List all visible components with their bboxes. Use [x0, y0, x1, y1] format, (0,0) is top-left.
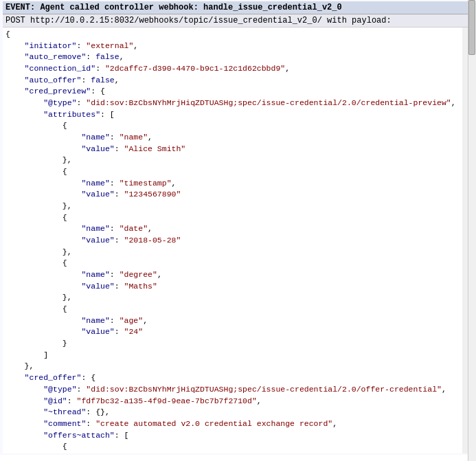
scrollbar-thumb[interactable]	[468, 0, 475, 55]
log-window: EVENT: Agent called controller webhook: …	[0, 0, 468, 455]
scrollbar[interactable]	[468, 0, 476, 461]
event-line: EVENT: Agent called controller webhook: …	[5, 3, 342, 12]
json-payload: { "initiator": "external", "auto_remove"…	[5, 29, 460, 453]
post-line: POST http://10.0.2.15:8032/webhooks/topi…	[5, 16, 392, 25]
